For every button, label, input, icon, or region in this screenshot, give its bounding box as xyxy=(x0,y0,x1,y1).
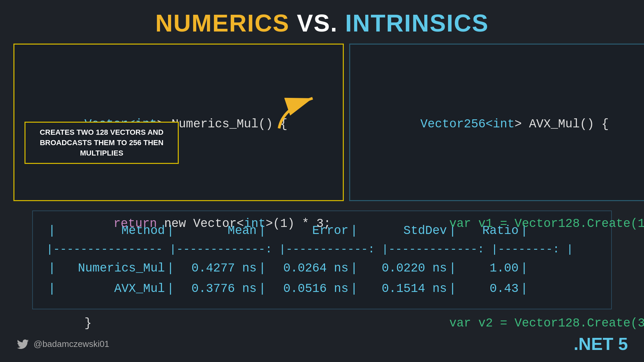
code-line-2: return new Vector<int>(1) * 3; xyxy=(26,194,331,254)
title-numerics: NUMERICS xyxy=(155,10,289,37)
right-code-panel: Vector256<int> AVX_Mul() { var v1 = Vect… xyxy=(349,44,644,201)
right-line-1: Vector256<int> AVX_Mul() { xyxy=(362,95,644,154)
title-intrinsics: INTRINSICS xyxy=(345,10,489,37)
pipe: | xyxy=(351,279,358,299)
arrow-container xyxy=(276,92,316,132)
left-code-panel: Vector<int> Numerics_Mul() { return new … xyxy=(13,44,344,201)
annotation-box: CREATES TWO 128 VECTORS AND BROADCASTS T… xyxy=(24,122,179,164)
title-section: NUMERICS VS. INTRINSICS xyxy=(0,0,644,44)
code-area: Vector<int> Numerics_Mul() { return new … xyxy=(13,44,631,201)
pipe: | xyxy=(351,258,358,279)
annotation-text: CREATES TWO 128 VECTORS AND BROADCASTS T… xyxy=(32,127,172,158)
title-vs: VS. xyxy=(297,10,345,37)
pipe: | xyxy=(351,221,358,241)
twitter-handle-area: @badamczewski01 xyxy=(16,337,109,351)
footer: @badamczewski01 .NET 5 xyxy=(0,334,644,354)
right-line-2: var v1 = Vector128.Create(1); xyxy=(362,194,644,254)
twitter-icon xyxy=(16,337,30,351)
right-code-text: Vector256<int> AVX_Mul() { var v1 = Vect… xyxy=(362,55,644,362)
twitter-handle-text: @badamczewski01 xyxy=(34,339,109,349)
arrow-icon xyxy=(276,92,319,135)
dotnet-badge: .NET 5 xyxy=(574,334,628,354)
